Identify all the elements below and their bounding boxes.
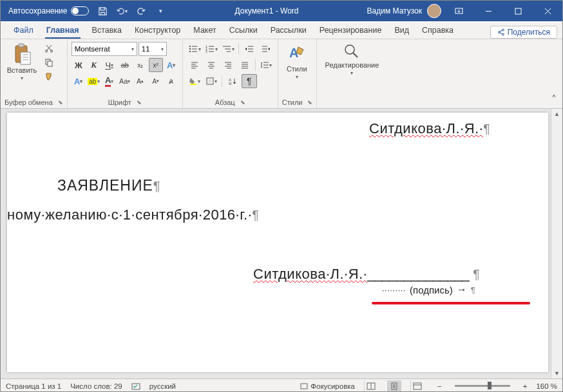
collapse-ribbon-button[interactable]: ˄: [546, 39, 562, 108]
zoom-out-button[interactable]: −: [437, 382, 442, 390]
web-layout-button[interactable]: [410, 380, 425, 392]
decrease-indent-button[interactable]: [242, 42, 257, 56]
redo-icon[interactable]: [135, 5, 147, 17]
justify-button[interactable]: [237, 58, 253, 72]
format-painter-button[interactable]: [42, 70, 56, 83]
tab-references[interactable]: Ссылки: [223, 23, 264, 39]
show-marks-button[interactable]: ¶: [242, 74, 257, 88]
doc-name-bottom: Ситдикова·Л.·Я.·______________ ¶: [253, 266, 480, 283]
maximize-button[interactable]: [503, 1, 533, 21]
bold-button[interactable]: Ж: [72, 58, 86, 72]
focus-mode-button[interactable]: Фокусировка: [300, 382, 355, 390]
strikethrough-button[interactable]: ab: [118, 58, 132, 72]
font-color-button[interactable]: A▾: [102, 74, 117, 88]
shrink-font-button[interactable]: A▾: [149, 74, 163, 88]
svg-point-14: [189, 51, 191, 52]
window-title: Документ1 - Word: [166, 6, 367, 15]
editing-button[interactable]: Редактирование ▾: [321, 42, 383, 76]
status-bar: Страница 1 из 1 Число слов: 29 русский Ф…: [1, 378, 562, 392]
svg-rect-18: [190, 84, 196, 85]
align-right-button[interactable]: [220, 58, 236, 72]
toggle-switch-icon[interactable]: [71, 6, 89, 15]
tab-review[interactable]: Рецензирование: [313, 23, 388, 39]
tab-help[interactable]: Справка: [415, 23, 460, 39]
tab-layout[interactable]: Макет: [187, 23, 222, 39]
minimize-button[interactable]: [473, 1, 503, 21]
close-button[interactable]: [533, 1, 562, 21]
word-count-status[interactable]: Число слов: 29: [70, 382, 122, 390]
highlight-button[interactable]: ab▾: [87, 74, 101, 88]
change-case-button[interactable]: Aa▾: [118, 74, 132, 88]
tab-mailings[interactable]: Рассылки: [264, 23, 313, 39]
svg-rect-1: [515, 8, 521, 14]
zoom-level[interactable]: 160 %: [536, 382, 557, 390]
tab-insert[interactable]: Вставка: [86, 23, 128, 39]
grow-font-button[interactable]: A▴: [133, 74, 148, 88]
leader-dots-icon: ·········: [382, 285, 406, 295]
save-icon[interactable]: [97, 5, 108, 17]
underline-button[interactable]: Ч ▾: [102, 58, 117, 72]
svg-rect-11: [48, 61, 52, 66]
spell-check-status[interactable]: [131, 382, 140, 391]
scroll-down-button[interactable]: ▼: [551, 368, 562, 378]
tab-home[interactable]: Главная: [40, 23, 86, 39]
zoom-slider[interactable]: [455, 385, 510, 387]
italic-button[interactable]: К: [87, 58, 101, 72]
numbering-button[interactable]: 123▾: [204, 42, 219, 56]
undo-icon[interactable]: ▾: [116, 5, 128, 17]
ribbon-display-button[interactable]: [444, 1, 473, 21]
tab-view[interactable]: Вид: [388, 23, 415, 39]
svg-rect-25: [301, 384, 307, 389]
cut-button[interactable]: [42, 42, 56, 55]
text-effects-button[interactable]: A▾: [164, 58, 178, 72]
doc-name-top: Ситдикова·Л.·Я.·¶: [369, 120, 490, 137]
svg-point-12: [189, 46, 191, 47]
read-mode-button[interactable]: [364, 380, 378, 392]
scroll-up-button[interactable]: ▲: [551, 109, 562, 119]
align-center-button[interactable]: [204, 58, 219, 72]
styles-dialog-launcher[interactable]: ⬊: [307, 99, 312, 106]
font-size-select[interactable]: 11▾: [138, 42, 167, 56]
group-paragraph-label: Абзац: [215, 98, 235, 106]
svg-point-23: [345, 45, 354, 54]
share-button[interactable]: Поделиться: [490, 26, 557, 39]
font-color2-button[interactable]: A▾: [72, 74, 86, 88]
styles-button[interactable]: A Стили ▾: [282, 42, 312, 80]
print-layout-button[interactable]: [387, 380, 401, 392]
zoom-in-button[interactable]: +: [523, 382, 528, 390]
borders-button[interactable]: ▾: [204, 74, 219, 88]
paragraph-dialog-launcher[interactable]: ⬊: [240, 99, 245, 106]
paste-button[interactable]: Вставить ▾: [5, 42, 39, 81]
shading-button[interactable]: ▾: [187, 74, 202, 88]
svg-text:3: 3: [205, 50, 207, 53]
clipboard-dialog-launcher[interactable]: ⬊: [58, 99, 63, 106]
font-dialog-launcher[interactable]: ⬊: [137, 99, 142, 106]
sort-button[interactable]: AЯ: [225, 74, 240, 88]
subscript-button[interactable]: x₂: [133, 58, 148, 72]
language-status[interactable]: русский: [149, 382, 176, 390]
svg-point-9: [50, 50, 52, 52]
qat-customize-icon[interactable]: ▾: [155, 5, 166, 17]
document-page[interactable]: Ситдикова·Л.·Я.·¶ ЗАЯВЛЕНИЕ¶ ному·желани…: [7, 113, 548, 372]
user-account[interactable]: Вадим Матузок: [367, 4, 444, 18]
zoom-thumb[interactable]: [488, 382, 491, 389]
autosave-toggle[interactable]: Автосохранение: [8, 6, 89, 15]
line-spacing-button[interactable]: ▾: [258, 58, 274, 72]
clear-formatting-button[interactable]: A̷: [164, 74, 178, 88]
autosave-label: Автосохранение: [8, 6, 67, 15]
copy-button[interactable]: [42, 56, 56, 69]
svg-rect-7: [21, 52, 30, 64]
tab-file[interactable]: Файл: [7, 23, 40, 39]
font-name-select[interactable]: Montserrat▾: [72, 42, 137, 56]
superscript-button[interactable]: x²: [149, 58, 163, 72]
svg-text:Я: Я: [229, 82, 231, 86]
bullets-button[interactable]: ▾: [187, 42, 202, 56]
vertical-scrollbar[interactable]: ▲ ▼: [551, 109, 562, 378]
multilevel-button[interactable]: ▾: [220, 42, 236, 56]
tab-design[interactable]: Конструктор: [128, 23, 187, 39]
group-clipboard-label: Буфер обмена: [5, 98, 53, 106]
page-number-status[interactable]: Страница 1 из 1: [6, 382, 61, 390]
svg-point-4: [502, 33, 504, 35]
increase-indent-button[interactable]: [258, 42, 274, 56]
align-left-button[interactable]: [187, 58, 202, 72]
